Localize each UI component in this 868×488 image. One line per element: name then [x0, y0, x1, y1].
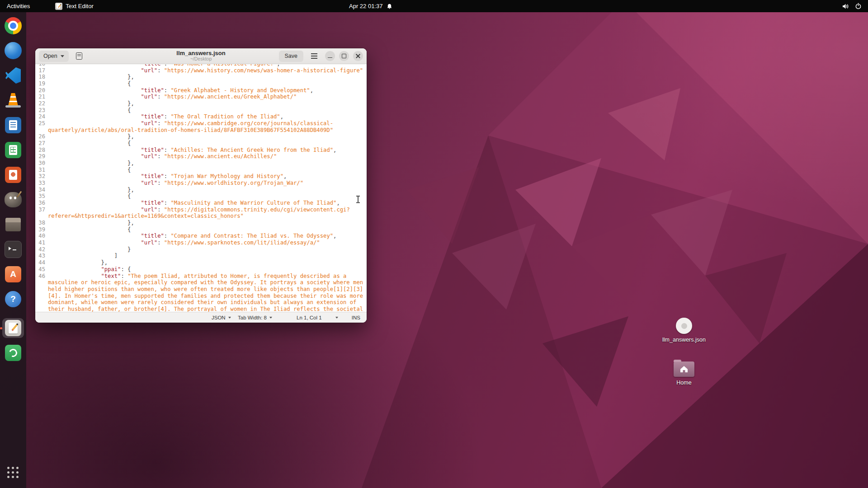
dock-item-chrome[interactable] [2, 16, 24, 36]
code-line: 30 }, [35, 160, 367, 167]
code-content: "title": "Was Homer a Historical Figure?… [45, 64, 364, 67]
editor-lines: 16 "title": "Was Homer a Historical Figu… [35, 64, 367, 312]
text-editor-icon [5, 320, 21, 336]
chevron-down-icon [61, 55, 64, 59]
code-content: } [45, 246, 364, 253]
maximize-button[interactable] [339, 51, 349, 61]
code-line: 16 "title": "Was Homer a Historical Figu… [35, 64, 367, 67]
line-number: 40 [35, 233, 45, 239]
code-content: }, [45, 100, 364, 107]
code-content: "url": "https://www.ancient.eu/Achilles/… [45, 153, 364, 160]
insert-mode-indicator: INS [352, 312, 360, 323]
line-number: 27 [35, 140, 45, 147]
open-button-label: Open [43, 53, 57, 59]
code-line: 44 }, [35, 259, 367, 266]
calc-spreadsheet-icon [5, 142, 21, 158]
code-content: "title": "The Oral Tradition of the Ilia… [45, 113, 364, 120]
code-content: }, [45, 74, 364, 80]
app-grid-icon [7, 467, 19, 479]
focused-app-name: Text Editor [66, 3, 93, 9]
minimize-button[interactable] [325, 51, 335, 61]
dock-item-help[interactable]: ? [2, 289, 24, 309]
code-content: "url": "https://www.worldhistory.org/Tro… [45, 180, 364, 187]
code-line: 21 "url": "https://www.ancient.eu/Greek_… [35, 94, 367, 100]
tab-width-selector[interactable]: Tab Width: 8 [238, 312, 272, 323]
code-content: { [45, 107, 364, 114]
code-content: }, [45, 187, 364, 193]
code-content: { [45, 167, 364, 174]
spreadsheet-page [9, 145, 17, 155]
dock-item-libreoffice-calc[interactable] [2, 140, 24, 160]
system-status-area[interactable] [842, 0, 868, 12]
code-content: "url": "https://www.ancient.eu/Greek_Alp… [45, 94, 364, 100]
line-number: 34 [35, 187, 45, 193]
line-number: 19 [35, 80, 45, 87]
new-tab-button[interactable] [72, 51, 86, 62]
dock-item-green-utility[interactable] [2, 343, 24, 363]
language-selector[interactable]: JSON [212, 312, 231, 323]
code-line: 46 "text": "The poem Iliad, attributed t… [35, 273, 367, 312]
desktop-folder-home[interactable]: Home [659, 361, 709, 386]
code-content: "title": "Compare and Contrast: The Ilia… [45, 233, 364, 239]
code-line: 34 }, [35, 187, 367, 193]
save-button[interactable]: Save [279, 51, 304, 62]
dock-item-ubuntu-software[interactable]: A [2, 264, 24, 284]
text-editor-window: Open llm_answers.json ~/Desktop Save 16 … [35, 48, 367, 323]
code-content: ] [45, 253, 364, 259]
code-line: 24 "title": "The Oral Tradition of the I… [35, 113, 367, 120]
code-line: 29 "url": "https://www.ancient.eu/Achill… [35, 153, 367, 160]
code-line: 42 } [35, 246, 367, 253]
dock-item-boxes[interactable] [2, 215, 24, 235]
document-icon [76, 52, 82, 60]
hamburger-icon [311, 53, 317, 54]
line-number: 44 [35, 259, 45, 266]
dock-item-libreoffice-writer[interactable] [2, 115, 24, 135]
editor-text-area[interactable]: 16 "title": "Was Homer a Historical Figu… [35, 64, 367, 312]
code-line: 22 }, [35, 100, 367, 107]
activities-button[interactable]: Activities [0, 0, 37, 12]
line-number: 32 [35, 173, 45, 180]
line-number: 43 [35, 253, 45, 259]
code-line: 35 { [35, 193, 367, 200]
focused-app-indicator[interactable]: Text Editor [48, 0, 100, 12]
line-number: 36 [35, 200, 45, 206]
blue-sphere-icon [5, 42, 22, 59]
ubuntu-software-icon: A [5, 266, 21, 282]
line-number: 37 [35, 206, 45, 220]
dock-item-terminal[interactable] [2, 239, 24, 259]
gimp-icon [5, 192, 22, 207]
clock-menu[interactable]: Apr 22 01:37 [349, 0, 392, 12]
desktop-file-llm-answers[interactable]: llm_answers.json [659, 318, 709, 343]
ibeam-cursor [356, 196, 360, 203]
show-applications-button[interactable] [2, 463, 24, 483]
line-number: 16 [35, 64, 45, 67]
top-panel: Activities Text Editor Apr 22 01:37 [0, 0, 868, 12]
chrome-icon [5, 17, 22, 34]
line-number: 17 [35, 67, 45, 74]
dock-item-browser[interactable] [2, 41, 24, 61]
code-content: "text": "The poem Iliad, attributed to H… [45, 273, 364, 312]
code-line: 25 "url": "https://www.cambridge.org/cor… [35, 120, 367, 133]
cursor-position-selector[interactable]: Ln 1, Col 1 [297, 312, 338, 323]
dock-item-vlc[interactable] [2, 90, 24, 110]
main-menu-button[interactable] [307, 51, 321, 62]
line-number: 18 [35, 74, 45, 80]
open-button[interactable]: Open [39, 51, 69, 62]
code-line: 27 { [35, 140, 367, 147]
line-number: 33 [35, 180, 45, 187]
code-line: 28 "title": "Achilles: The Ancient Greek… [35, 147, 367, 154]
language-label: JSON [212, 315, 226, 320]
dock-item-libreoffice-impress[interactable] [2, 165, 24, 185]
dock-item-vscode[interactable] [2, 66, 24, 85]
code-line: 40 "title": "Compare and Contrast: The I… [35, 233, 367, 239]
document-page [9, 120, 17, 130]
impress-presentation-icon [5, 167, 21, 183]
dock-item-text-editor[interactable] [2, 318, 24, 338]
dock-item-gimp[interactable] [2, 190, 24, 210]
house-icon [679, 365, 689, 373]
desktop-file-label: llm_answers.json [659, 337, 709, 343]
volume-icon [842, 3, 849, 9]
close-button[interactable] [353, 51, 363, 61]
green-recycle-icon [5, 345, 21, 361]
code-line: 31 { [35, 167, 367, 174]
